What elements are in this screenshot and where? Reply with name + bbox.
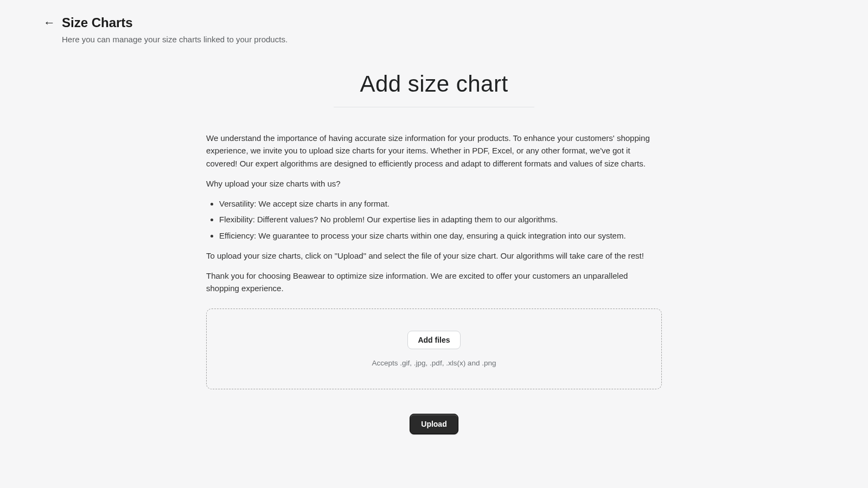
list-item: Versatility: We accept size charts in an…: [219, 197, 662, 210]
upload-row: Upload: [206, 414, 662, 434]
page-title: Size Charts: [62, 15, 133, 30]
thanks-paragraph: Thank you for choosing Beawear to optimi…: [206, 269, 662, 295]
upload-button[interactable]: Upload: [410, 414, 458, 434]
page-header: ← Size Charts Here you can manage your s…: [0, 0, 868, 49]
main-content: Add size chart We understand the importa…: [195, 71, 673, 434]
content-body: We understand the importance of having a…: [206, 132, 662, 295]
file-dropzone[interactable]: Add files Accepts .gif, .jpg, .pdf, .xls…: [206, 309, 662, 389]
back-arrow-icon[interactable]: ←: [43, 17, 55, 29]
add-files-button[interactable]: Add files: [407, 331, 460, 349]
title-divider: [334, 107, 534, 107]
list-item: Efficiency: We guarantee to process your…: [219, 229, 662, 242]
list-item: Flexibility: Different values? No proble…: [219, 213, 662, 226]
intro-paragraph: We understand the importance of having a…: [206, 132, 662, 170]
benefits-list: Versatility: We accept size charts in an…: [219, 197, 662, 242]
howto-paragraph: To upload your size charts, click on "Up…: [206, 249, 662, 262]
main-title: Add size chart: [206, 71, 662, 97]
header-row: ← Size Charts: [43, 15, 825, 30]
why-heading: Why upload your size charts with us?: [206, 177, 662, 190]
dropzone-hint: Accepts .gif, .jpg, .pdf, .xls(x) and .p…: [218, 359, 650, 367]
page-subtitle: Here you can manage your size charts lin…: [62, 35, 825, 44]
